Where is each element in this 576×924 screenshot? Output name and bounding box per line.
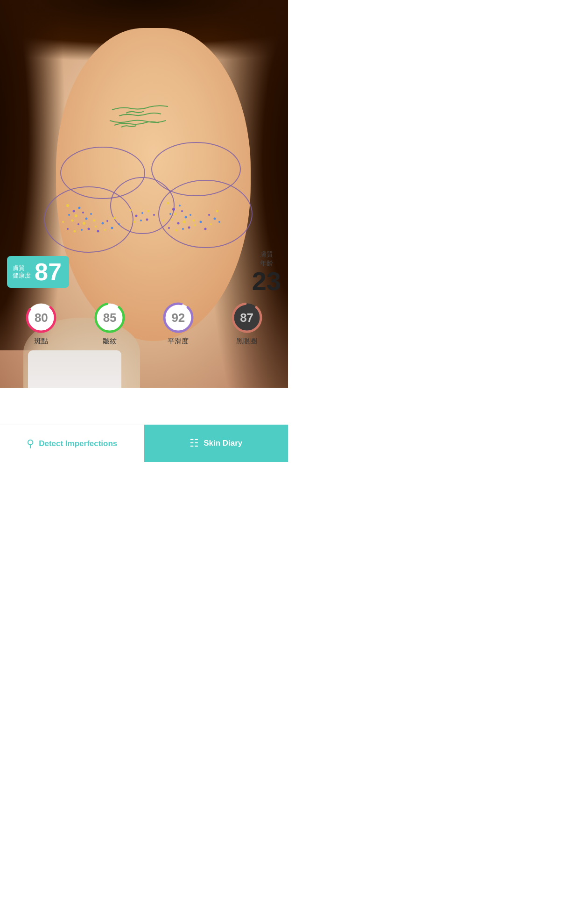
score-value-wrinkles: 85 — [103, 311, 117, 325]
score-label-smoothness: 平滑度 — [168, 337, 189, 346]
score-value-dark-circles: 87 — [240, 311, 253, 325]
age-score-label: 膚質 年齡 — [252, 250, 281, 268]
health-score-box: 膚質 健康度 87 — [7, 256, 69, 288]
score-label-dark-circles: 黑眼圈 — [236, 337, 257, 346]
score-item-spots: 80 斑點 — [25, 301, 57, 346]
diary-button-label: Skin Diary — [204, 439, 242, 448]
bottom-bar: ⚲ Detect Imperfections ☷ Skin Diary — [0, 425, 288, 462]
top-scores: 膚質 健康度 87 膚質 年齡 23 — [7, 250, 281, 294]
detect-imperfections-button[interactable]: ⚲ Detect Imperfections — [0, 425, 144, 462]
sub-scores: 80 斑點 85 皺紋 — [7, 301, 281, 346]
score-label-wrinkles: 皺紋 — [103, 337, 117, 346]
score-item-dark-circles: 87 黑眼圈 — [231, 301, 263, 346]
score-item-smoothness: 92 平滑度 — [162, 301, 195, 346]
health-score-label: 膚質 健康度 — [13, 264, 31, 280]
detect-button-label: Detect Imperfections — [39, 439, 117, 448]
score-circle-dark-circles: 87 — [231, 301, 263, 334]
score-circle-smoothness: 92 — [162, 301, 195, 334]
grid-icon: ☷ — [190, 437, 199, 449]
score-circle-wrinkles: 85 — [93, 301, 126, 334]
scores-overlay: 膚質 健康度 87 膚質 年齡 23 — [0, 245, 288, 350]
score-value-smoothness: 92 — [171, 311, 185, 325]
age-score-box: 膚質 年齡 23 — [252, 250, 281, 294]
age-score-number: 23 — [252, 268, 281, 294]
face-container: 膚質 健康度 87 膚質 年齡 23 — [0, 0, 288, 388]
camera-icon: ⚲ — [27, 438, 34, 450]
score-item-wrinkles: 85 皺紋 — [93, 301, 126, 346]
clothing — [28, 350, 121, 388]
score-label-spots: 斑點 — [34, 337, 48, 346]
skin-diary-button[interactable]: ☷ Skin Diary — [144, 425, 288, 462]
health-score-number: 87 — [35, 260, 62, 284]
score-circle-spots: 80 — [25, 301, 57, 334]
score-value-spots: 80 — [35, 311, 48, 325]
